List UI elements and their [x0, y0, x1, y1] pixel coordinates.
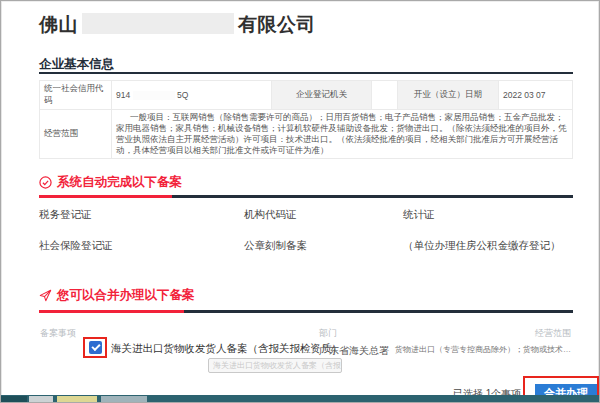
item-checkbox[interactable]: [89, 341, 102, 354]
credit-code-value: 914 5Q: [112, 81, 272, 110]
merge-item-scope: 货物进出口（专营专控商品除外）；货物或技术…: [393, 344, 571, 355]
merge-item-department: 广东省海关总署: [319, 344, 389, 358]
taskbar-item[interactable]: [1, 396, 27, 402]
auto-item: 税务登记证: [39, 208, 244, 222]
page-title: 佛山有限公司: [39, 12, 316, 38]
table-row: 统一社会信用代码 914 5Q 企业登记机关 开业（设立）日期 2022 03 …: [40, 81, 573, 110]
auto-item: 统计证: [403, 208, 573, 222]
column-header-department: 部门: [319, 327, 337, 340]
basic-info-table: 统一社会信用代码 914 5Q 企业登记机关 开业（设立）日期 2022 03 …: [39, 80, 573, 159]
taskbar: [1, 395, 600, 402]
open-date-label: 开业（设立）日期: [398, 81, 499, 110]
check-circle-icon: [39, 176, 52, 189]
auto-section-header: 系统自动完成以下备案: [39, 174, 182, 191]
registry-label: 企业登记机关: [272, 81, 372, 110]
item-tooltip: 海关进出口货物收发货人备案（含报关报检资质）: [208, 358, 342, 373]
auto-items-grid: 税务登记证 机构代码证 统计证 社会保险登记证 公章刻制备案 （单位办理住房公积…: [39, 208, 573, 253]
auto-section-title: 系统自动完成以下备案: [57, 174, 182, 191]
section-title-basic-info: 企业基本信息: [39, 56, 114, 73]
section-rule-merge: [39, 310, 573, 313]
redacted-company-name: [82, 13, 234, 34]
credit-code-label: 统一社会信用代码: [40, 81, 112, 110]
taskbar-item[interactable]: [57, 396, 97, 402]
scope-label: 经营范围: [40, 110, 112, 159]
company-name-suffix: 有限公司: [238, 14, 316, 35]
redacted-registry-value: [372, 81, 398, 110]
scope-value: 一般项目：互联网销售（除销售需要许可的商品）；日用百货销售；电子产品销售；家居用…: [112, 110, 573, 159]
app-window: 佛山有限公司 企业基本信息 统一社会信用代码 914 5Q 企业登记机关 开业（…: [0, 0, 600, 403]
column-header-scope: 经营范围: [535, 327, 571, 340]
table-row: 经营范围 一般项目：互联网销售（除销售需要许可的商品）；日用百货销售；电子产品销…: [40, 110, 573, 159]
taskbar-item[interactable]: [101, 396, 147, 402]
merge-section-header: 您可以合并办理以下备案: [39, 287, 195, 304]
section-rule-basic-info: [39, 72, 573, 74]
auto-item: 社会保险登记证: [39, 239, 244, 253]
open-date-value: 2022 03 07: [499, 81, 573, 110]
auto-item: （单位办理住房公积金缴存登记）: [403, 239, 573, 253]
company-name-prefix: 佛山: [39, 14, 78, 35]
merge-item-name: 海关进出口货物收发货人备案（含报关报检资质）: [111, 342, 342, 356]
auto-item: 公章刻制备案: [244, 239, 403, 253]
taskbar-item[interactable]: [29, 396, 53, 402]
merge-section-title: 您可以合并办理以下备案: [57, 287, 195, 304]
paper-plane-icon: [39, 289, 52, 302]
redacted-credit-code: [133, 91, 175, 100]
column-header-item: 备案事项: [40, 327, 76, 340]
auto-item: 机构代码证: [244, 208, 403, 222]
section-rule-auto: [39, 195, 573, 198]
